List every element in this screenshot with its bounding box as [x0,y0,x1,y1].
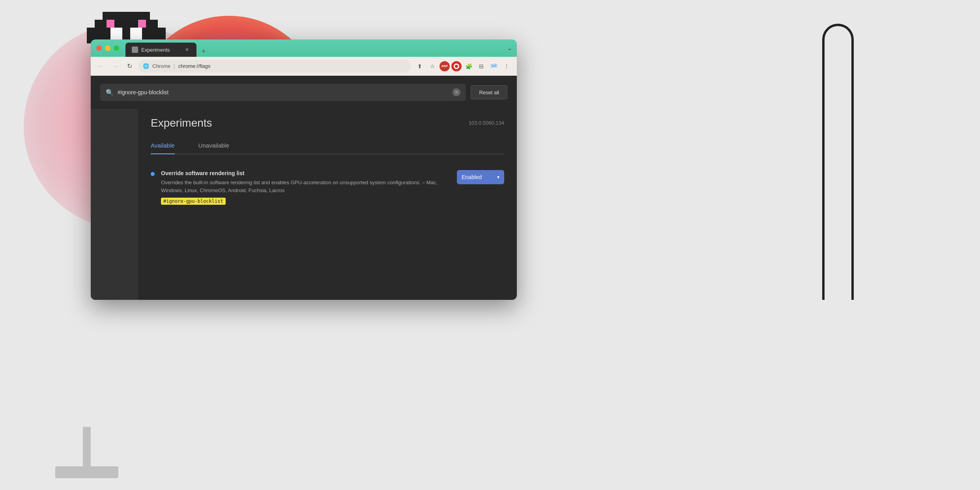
tab-bar: Experiments ✕ + ⌄ [91,39,517,57]
tab-favicon [132,47,138,53]
main-area: Experiments 103.0.5060.134 Available Una… [138,109,517,300]
stand-base [55,466,118,478]
back-button[interactable]: ← [95,61,107,72]
bookmark-icon: ☆ [430,63,435,69]
search-input[interactable]: #ignore-gpu-blocklist [118,89,449,95]
abp-label: ABP [441,64,448,68]
svg-rect-0 [103,12,150,20]
svg-rect-7 [130,28,142,39]
flag-description: Overrides the built-in software renderin… [161,179,451,194]
flag-dot [151,172,155,176]
toolbar: ← → ↻ 🌐 Chrome | chrome://flags ⬆ ☆ ABP [91,57,517,76]
chevron-down-icon: ▾ [497,174,499,180]
avatar-button[interactable]: ЭЙ! [488,61,499,72]
svg-rect-6 [110,28,122,39]
sidebar [91,109,138,300]
browser-tab[interactable]: Experiments ✕ [125,43,196,57]
version-number: 103.0.5060.134 [469,120,504,126]
site-icon: 🌐 [143,63,149,69]
new-tab-button[interactable]: + [198,46,209,57]
tab-label: Experiments [141,47,170,53]
toolbar-actions: ⬆ ☆ ABP 🧩 ⊟ ЭЙ! ⋮ [414,61,512,72]
search-bar-container: 🔍 #ignore-gpu-blocklist ✕ Reset all [91,76,517,109]
forward-button[interactable]: → [110,61,121,72]
reload-icon: ↻ [127,62,132,70]
extensions-icon: 🧩 [466,63,472,69]
more-icon: ⋮ [504,63,509,69]
stand-neck [83,427,91,466]
experiments-content: Experiments 103.0.5060.134 Available Una… [91,109,517,300]
address-bar[interactable]: 🌐 Chrome | chrome://flags [138,60,411,73]
flag-control: Enabled ▾ [457,170,504,184]
search-clear-button[interactable]: ✕ [453,88,460,96]
share-icon: ⬆ [417,63,422,69]
sidebar-icon: ⊟ [479,63,484,69]
minimize-button[interactable] [105,45,110,51]
site-name: Chrome [152,63,170,69]
browser-window: Experiments ✕ + ⌄ ← → ↻ 🌐 Chrome | chrom… [91,39,517,300]
reset-all-button[interactable]: Reset all [471,85,507,99]
tabs-container: Available Unavailable [151,137,504,154]
back-icon: ← [98,63,104,70]
address-url: chrome://flags [178,63,211,69]
flag-details: Override software rendering list Overrid… [161,170,451,205]
opera-button[interactable] [451,61,462,71]
svg-rect-9 [138,20,146,28]
tab-available[interactable]: Available [151,137,175,154]
bookmark-button[interactable]: ☆ [427,61,438,72]
flag-name: Override software rendering list [161,170,451,176]
window-controls [96,45,119,51]
tab-close-button[interactable]: ✕ [184,47,190,53]
more-button[interactable]: ⋮ [501,61,512,72]
page-content: 🔍 #ignore-gpu-blocklist ✕ Reset all Expe… [91,76,517,300]
address-divider: | [174,63,175,69]
mac-stand [39,411,134,490]
sidebar-button[interactable]: ⊟ [476,61,487,72]
extensions-button[interactable]: 🧩 [463,61,474,72]
flag-tag[interactable]: #ignore-gpu-blocklist [161,198,226,205]
svg-rect-8 [107,20,114,28]
forward-icon: → [112,63,118,70]
flag-status-label: Enabled [462,174,482,180]
close-button[interactable] [96,45,102,51]
avatar-label: ЭЙ! [490,64,497,68]
abp-button[interactable]: ABP [440,61,450,71]
reload-button[interactable]: ↻ [124,61,135,72]
page-title: Experiments [151,117,212,129]
flag-item: Override software rendering list Overrid… [151,164,504,211]
opera-icon [454,64,459,69]
search-icon: 🔍 [106,89,114,96]
tab-unavailable[interactable]: Unavailable [198,137,229,154]
maximize-button[interactable] [114,45,119,51]
flag-status-select[interactable]: Enabled ▾ [457,170,504,184]
headphone-cable [822,24,854,300]
search-box[interactable]: 🔍 #ignore-gpu-blocklist ✕ [100,84,466,101]
share-button[interactable]: ⬆ [414,61,425,72]
tab-more-button[interactable]: ⌄ [507,45,512,51]
experiments-header: Experiments 103.0.5060.134 [151,117,504,129]
